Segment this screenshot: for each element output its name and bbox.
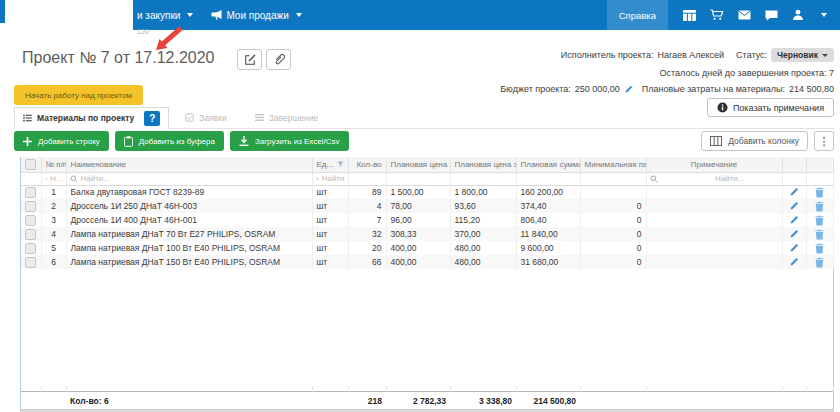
add-row-button[interactable]: Добавить строку (14, 131, 109, 151)
cell-name: Лампа натриевая ДНаТ 150 Вт Е40 PHILIPS,… (66, 255, 312, 269)
help-badge-button[interactable]: ? (144, 111, 160, 126)
add-column-button[interactable]: Добавить колонку (701, 131, 808, 151)
table-body: 1Балка двутавровая ГОСТ 8239-89шт891 500… (21, 185, 833, 269)
delete-row-icon[interactable] (815, 229, 824, 240)
cell-unit: шт (312, 213, 348, 227)
checkbox-check-icon (185, 113, 194, 122)
cropped-text: 120 (137, 28, 149, 35)
user-icon (792, 9, 804, 21)
search-icon (45, 175, 48, 183)
col-header-price1[interactable]: Плановая цена закуп... (386, 157, 450, 172)
cell-price1: 96,00 (386, 213, 450, 227)
col-header-name[interactable]: Наименование (66, 157, 312, 172)
executor-name: Нагаев Алексей (657, 50, 724, 60)
edit-row-icon[interactable] (789, 187, 799, 197)
col-header-sum[interactable]: Плановая сумма заку... (516, 157, 580, 172)
select-all-header[interactable] (21, 157, 41, 172)
cell-qty: 32 (348, 227, 386, 241)
cell-qty: 20 (348, 241, 386, 255)
nav-sales-label: Мои продажи (226, 10, 288, 21)
days-left-text: Осталось дней до завершения проекта: 7 (660, 68, 834, 78)
filter-name[interactable]: Найти... (66, 172, 312, 185)
col-header-number[interactable]: № п/п (41, 157, 66, 172)
cell-qty: 7 (348, 213, 386, 227)
select-all-checkbox[interactable] (25, 159, 36, 170)
row-checkbox[interactable] (25, 229, 36, 240)
status-badge[interactable]: Черновик (771, 48, 834, 62)
totals-sum: 214 500,80 (516, 392, 580, 410)
table-row: 6Лампа натриевая ДНаТ 150 Вт Е40 PHILIPS… (21, 255, 833, 269)
filter-unit[interactable]: Найти (312, 172, 348, 185)
delete-row-icon[interactable] (815, 201, 824, 212)
edit-budget-icon[interactable] (624, 85, 633, 94)
topbar-cropped-fragment (0, 0, 5, 23)
help-menu-item[interactable]: Справка (607, 0, 668, 30)
col-header-price2[interactable]: Плановая цена закуп... (450, 157, 516, 172)
cell-min-batch: 0 (580, 227, 646, 241)
project-info: Исполнитель проекта: Нагаев Алексей Стат… (500, 48, 834, 100)
mail-icon[interactable] (738, 10, 751, 20)
edit-row-icon[interactable] (789, 243, 799, 253)
topbar-icons (668, 9, 840, 21)
delete-row-icon[interactable] (815, 243, 824, 254)
user-menu[interactable] (792, 9, 804, 21)
col-header-min-batch[interactable]: Минимальная партия (580, 157, 646, 172)
col-header-note[interactable]: Примечание (646, 157, 782, 172)
apps-grid-icon[interactable] (683, 10, 696, 21)
cell-note (646, 185, 782, 199)
annotation-arrow-icon (150, 25, 184, 53)
chat-icon[interactable] (765, 10, 778, 21)
row-checkbox[interactable] (25, 215, 36, 226)
cell-number: 2 (41, 199, 66, 213)
tab-materials[interactable]: Материалы по проекту ? (14, 107, 169, 129)
edit-project-button[interactable] (237, 49, 262, 70)
cell-sum: 31 680,00 (516, 255, 580, 269)
costs-value: 214 500,80 (789, 84, 834, 94)
col-header-qty[interactable]: Кол-во (348, 157, 386, 172)
plus-icon (23, 137, 32, 146)
more-menu-button[interactable]: ⋮ (814, 131, 834, 151)
filter-note[interactable]: Найти... (646, 172, 782, 185)
filter-row: Н... Найти... Найти Найти... (21, 172, 833, 185)
start-project-button[interactable]: Начать работу над проектом (14, 85, 143, 105)
edit-row-icon[interactable] (789, 215, 799, 225)
filter-funnel-icon[interactable] (337, 161, 344, 168)
help-label: Справка (619, 10, 656, 21)
table-row: 3Дроссель 1И 400 ДНаТ 46Н-001шт796,00115… (21, 213, 833, 227)
status-label: Статус: (736, 50, 767, 60)
row-checkbox[interactable] (25, 187, 36, 198)
cell-price2: 370,00 (450, 227, 516, 241)
nav-sales-menu[interactable]: Мои продажи (202, 10, 310, 21)
tab-completion-label: Завершение (269, 113, 318, 123)
totals-price1: 2 782,33 (386, 392, 450, 410)
status-value: Черновик (777, 50, 818, 60)
tab-materials-label: Материалы по проекту (37, 113, 134, 123)
cell-price2: 115,20 (450, 213, 516, 227)
delete-row-icon[interactable] (815, 257, 824, 268)
edit-row-icon[interactable] (789, 229, 799, 239)
row-checkbox[interactable] (25, 257, 36, 268)
delete-row-icon[interactable] (815, 187, 824, 198)
budget-value: 250 000,00 (575, 84, 620, 94)
edit-row-icon[interactable] (789, 201, 799, 211)
cell-price1: 308,33 (386, 227, 450, 241)
cell-name: Балка двутавровая ГОСТ 8239-89 (66, 185, 312, 199)
topbar: и закупки Мои продажи Справка (133, 0, 840, 30)
filter-number[interactable]: Н... (41, 172, 66, 185)
nav-purchases-menu[interactable]: и закупки (133, 10, 202, 21)
load-from-excel-button[interactable]: Загрузить из Excel/Csv (230, 131, 349, 151)
edit-row-icon[interactable] (789, 257, 799, 267)
row-checkbox[interactable] (25, 243, 36, 254)
cell-price1: 400,00 (386, 255, 450, 269)
col-header-unit[interactable]: Ед... (312, 157, 348, 172)
col-header-unit-label: Ед... (317, 160, 334, 169)
search-icon (650, 175, 658, 183)
delete-row-icon[interactable] (815, 215, 824, 226)
add-from-buffer-button[interactable]: Добавить из буфера (115, 131, 224, 151)
cell-number: 6 (41, 255, 66, 269)
row-checkbox[interactable] (25, 201, 36, 212)
attach-file-button[interactable] (266, 49, 291, 70)
tab-completion: Завершение (247, 107, 326, 128)
cart-icon[interactable] (710, 9, 724, 21)
grid-toolbar: Добавить строку Добавить из буфера Загру… (14, 131, 834, 151)
